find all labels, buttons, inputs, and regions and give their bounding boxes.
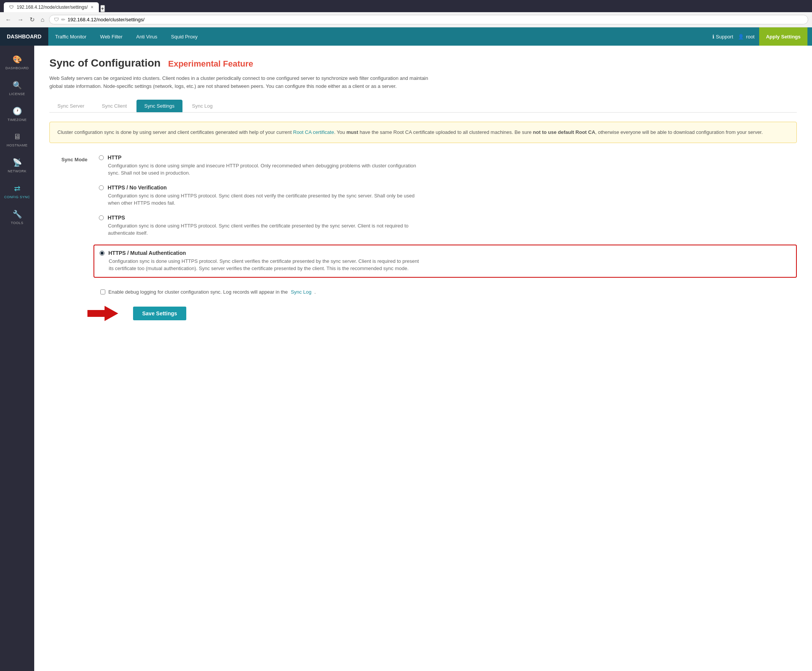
sidebar-item-tools[interactable]: 🔧 TOOLS [0,204,34,230]
option-https-title: HTTPS [107,215,125,221]
tab-favicon: 🛡 [9,5,14,10]
sync-log-link[interactable]: Sync Log [291,289,311,295]
nav-web-filter[interactable]: Web Filter [93,27,129,46]
tab-sync-settings[interactable]: Sync Settings [136,100,183,112]
save-settings-button[interactable]: Save Settings [133,307,186,320]
new-tab-button[interactable]: + [100,5,105,12]
tab-sync-server[interactable]: Sync Server [49,100,92,112]
sidebar-item-dashboard[interactable]: 🎨 DASHBOARD [0,49,34,75]
option-https-no-verify-title: HTTPS / No Verification [107,184,167,191]
radio-http[interactable] [99,155,104,160]
apply-settings-button[interactable]: Apply Settings [759,27,807,46]
nav-anti-virus[interactable]: Anti Virus [129,27,164,46]
warning-box: Cluster configuration sync is done by us… [49,122,797,143]
dashboard-icon: 🎨 [12,55,22,64]
security-icon: 🛡 [54,17,59,22]
sidebar-item-network[interactable]: 📡 NETWORK [0,153,34,179]
back-button[interactable]: ← [4,15,13,25]
timezone-icon: 🕐 [12,107,22,116]
tabs: Sync Server Sync Client Sync Settings Sy… [49,100,797,112]
page-description: Web Safety servers can be organized into… [49,75,430,90]
app-header: DASHBOARD Traffic Monitor Web Filter Ant… [0,27,812,46]
hostname-icon: 🖥 [13,132,21,141]
option-https-desc: Configuration sync is done using HTTPS p… [108,222,420,237]
sidebar-item-hostname[interactable]: 🖥 HOSTNAME [0,127,34,153]
tab-title: 192.168.4.12/node/cluster/settings/ [17,5,88,10]
info-icon: ℹ [712,34,714,39]
browser-tab: 🛡 192.168.4.12/node/cluster/settings/ × [4,2,99,12]
page-title: Sync of Configuration Experimental Featu… [49,57,797,69]
main-nav: Traffic Monitor Web Filter Anti Virus Sq… [48,27,204,46]
option-http-desc: Configuration sync is done using simple … [108,162,420,177]
experimental-label: Experimental Feature [168,59,253,68]
option-https-mutual-title: HTTPS / Mutual Authentication [108,250,186,256]
main-layout: 🎨 DASHBOARD 🔍 LICENSE 🕐 TIMEZONE 🖥 HOSTN… [0,46,812,671]
debug-checkbox[interactable] [100,290,105,295]
app-logo: DASHBOARD [0,27,48,46]
option-https-mutual: HTTPS / Mutual Authentication Configurat… [93,245,797,278]
edit-url-icon: ✏ [61,17,65,22]
arrow-head [105,306,118,321]
arrow-indicator [87,304,126,323]
tab-sync-log[interactable]: Sync Log [184,100,221,112]
debug-checkbox-row: Enable debug logging for cluster configu… [100,289,797,295]
radio-https[interactable] [99,215,104,220]
license-icon: 🔍 [12,81,22,90]
sync-mode-options: HTTP Configuration sync is done using si… [99,155,797,285]
user-icon: 👤 [738,34,744,39]
url-input[interactable] [68,17,803,22]
address-bar[interactable]: 🛡 ✏ [49,15,808,24]
browser-nav: ← → ↻ ⌂ 🛡 ✏ [0,12,812,27]
sidebar-item-config-sync[interactable]: ⇄ CONFIG SYNC [0,179,34,204]
sync-mode-label: Sync Mode [49,155,87,285]
config-sync-icon: ⇄ [14,184,20,193]
sidebar-item-timezone[interactable]: 🕐 TIMEZONE [0,101,34,127]
option-http: HTTP Configuration sync is done using si… [99,155,797,177]
sync-mode-group: Sync Mode HTTP Configuration sync is don… [49,155,797,285]
support-button[interactable]: ℹ Support [712,34,733,39]
radio-https-mutual[interactable] [100,251,105,255]
radio-https-no-verify[interactable] [99,185,104,190]
option-https-no-verify-desc: Configuration sync is done using HTTPS p… [108,192,420,207]
option-http-title: HTTP [107,155,122,160]
option-https-no-verify: HTTPS / No Verification Configuration sy… [99,184,797,207]
tab-close-icon[interactable]: × [91,5,93,10]
reload-button[interactable]: ↻ [28,14,36,25]
tab-bar: 🛡 192.168.4.12/node/cluster/settings/ × … [4,2,808,12]
sidebar-item-license[interactable]: 🔍 LICENSE [0,75,34,101]
tab-sync-client[interactable]: Sync Client [94,100,135,112]
option-https-mutual-desc: Configuration sync is done using HTTPS p… [109,257,420,272]
save-row: Save Settings [87,304,797,323]
nav-traffic-monitor[interactable]: Traffic Monitor [48,27,93,46]
browser-chrome: 🛡 192.168.4.12/node/cluster/settings/ × … [0,0,812,12]
user-info: 👤 root [738,34,754,39]
network-icon: 📡 [12,158,22,167]
option-https: HTTPS Configuration sync is done using H… [99,215,797,237]
content-area: Sync of Configuration Experimental Featu… [34,46,812,671]
tools-icon: 🔧 [12,209,22,219]
sidebar: 🎨 DASHBOARD 🔍 LICENSE 🕐 TIMEZONE 🖥 HOSTN… [0,46,34,671]
forward-button[interactable]: → [16,15,25,25]
root-ca-link[interactable]: Root CA certificate [293,129,334,135]
nav-squid-proxy[interactable]: Squid Proxy [164,27,204,46]
home-button[interactable]: ⌂ [39,15,46,25]
header-right: ℹ Support 👤 root Apply Settings [712,27,812,46]
